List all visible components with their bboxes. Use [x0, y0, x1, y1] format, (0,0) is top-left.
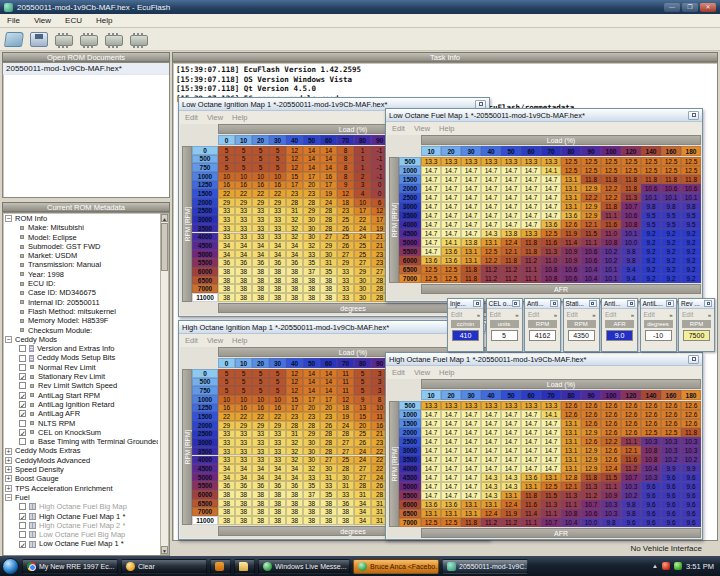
map-cell[interactable]: 5	[218, 155, 235, 164]
map-cell[interactable]: 14.7	[501, 166, 521, 175]
tree-child-node[interactable]: ✓AntiLag AFR	[5, 409, 158, 418]
rpm-row-header[interactable]: 7000	[192, 284, 218, 293]
expand-icon[interactable]: +	[5, 448, 12, 455]
map-cell[interactable]: 10.1	[601, 274, 621, 283]
rpm-row-header[interactable]: 5000	[399, 482, 421, 491]
map-cell[interactable]: 30	[303, 438, 320, 447]
rpm-row-header[interactable]: 5500	[192, 481, 218, 490]
map-cell[interactable]: 33	[252, 224, 269, 233]
save-rom-icon[interactable]	[30, 32, 48, 47]
map-menu-help[interactable]: Help	[232, 113, 247, 122]
map-cell[interactable]: 16	[269, 181, 286, 190]
map-cell[interactable]: 34	[269, 241, 286, 250]
rpm-row-header[interactable]: 2500	[399, 193, 421, 202]
map-cell[interactable]: 5	[252, 146, 269, 155]
map-cell[interactable]: 14.7	[421, 202, 441, 211]
map-cell[interactable]: 33	[337, 490, 354, 499]
map-cell[interactable]: 5	[269, 369, 286, 378]
scalar-menu-edit[interactable]: Edit	[451, 311, 462, 318]
map-cell[interactable]: 10.6	[561, 265, 581, 274]
load-column-header[interactable]: 10	[421, 390, 441, 400]
map-cell[interactable]: 10.6	[661, 184, 681, 193]
map-cell[interactable]: 13.1	[561, 202, 581, 211]
tree-child-node[interactable]: Market: USDM	[5, 251, 158, 260]
map-cell[interactable]: 12	[286, 163, 303, 172]
map-cell[interactable]: 30	[303, 215, 320, 224]
tree-node[interactable]: +Boost Gauge	[5, 474, 158, 483]
load-column-header[interactable]: 40	[286, 358, 303, 368]
map-cell[interactable]: 9.9	[661, 464, 681, 473]
map-cell[interactable]: 14	[320, 146, 337, 155]
load-column-header[interactable]: 50	[303, 135, 320, 145]
tree-child-node[interactable]: Flash Method: mitsukernel	[5, 307, 158, 316]
scalar-value-cell[interactable]: 9.0	[606, 330, 633, 341]
rpm-row-header[interactable]: 6500	[192, 499, 218, 508]
unchecked-checkbox[interactable]	[19, 438, 26, 445]
map-cell[interactable]: 12.5	[421, 274, 441, 283]
load-column-header[interactable]: 60	[320, 135, 337, 145]
map-cell[interactable]: 13.3	[481, 401, 501, 410]
map-cell[interactable]: 14.7	[541, 464, 561, 473]
tree-child-node[interactable]: Model: Eclipse	[5, 233, 158, 242]
map-cell[interactable]: 15	[354, 412, 371, 421]
map-cell[interactable]: 13.3	[441, 157, 461, 166]
map-cell[interactable]: 12.1	[621, 446, 641, 455]
map-cell[interactable]: 1	[354, 146, 371, 155]
map-cell[interactable]: 28	[337, 464, 354, 473]
map-cell[interactable]: 16	[235, 404, 252, 413]
map-cell[interactable]: 11.5	[601, 473, 621, 482]
map-cell[interactable]: 34	[218, 464, 235, 473]
map-cell[interactable]: 13.1	[541, 473, 561, 482]
map-cell[interactable]: 38	[303, 276, 320, 285]
load-column-header[interactable]: 20	[441, 146, 461, 156]
map-cell[interactable]: 9.2	[661, 256, 681, 265]
map-cell[interactable]: 25	[337, 456, 354, 465]
map-cell[interactable]: 33	[269, 215, 286, 224]
map-cell[interactable]: 11.2	[501, 518, 521, 527]
map-cell[interactable]: 12.6	[621, 428, 641, 437]
map-cell[interactable]: 13.1	[561, 428, 581, 437]
map-cell[interactable]: 11.0	[601, 229, 621, 238]
map-cell[interactable]: 11.8	[621, 175, 641, 184]
map-cell[interactable]: 30	[303, 233, 320, 242]
map-cell[interactable]: 33	[235, 215, 252, 224]
map-cell[interactable]: 23	[286, 189, 303, 198]
map-cell[interactable]: 24	[354, 233, 371, 242]
taskbar-button[interactable]	[234, 559, 255, 574]
map-cell[interactable]: 12.9	[581, 446, 601, 455]
map-cell[interactable]: 10.2	[621, 491, 641, 500]
load-column-header[interactable]: 180	[681, 390, 701, 400]
rpm-row-header[interactable]: 1000	[192, 172, 218, 181]
map-cell[interactable]: 9.2	[641, 265, 661, 274]
unchecked-checkbox[interactable]	[19, 355, 26, 362]
map-cell[interactable]: 10	[269, 172, 286, 181]
map-cell[interactable]: 12.6	[561, 410, 581, 419]
taskbar-button[interactable]	[210, 559, 231, 574]
map-cell[interactable]: 14.7	[521, 211, 541, 220]
map-cell[interactable]: 38	[252, 267, 269, 276]
map-cell[interactable]: 34	[286, 464, 303, 473]
map-cell[interactable]: 12.5	[661, 166, 681, 175]
map-cell[interactable]: 33	[235, 430, 252, 439]
map-cell[interactable]: 10	[252, 395, 269, 404]
scalar-value-cell[interactable]: 5	[491, 330, 518, 341]
map-cell[interactable]: 25	[337, 233, 354, 242]
map-cell[interactable]: 13.1	[461, 256, 481, 265]
map-cell[interactable]: 5	[218, 386, 235, 395]
map-cell[interactable]: 9.6	[621, 518, 641, 527]
map-cell[interactable]: 9.6	[661, 473, 681, 482]
rpm-row-header[interactable]: 3000	[399, 446, 421, 455]
map-cell[interactable]: 33	[252, 456, 269, 465]
map-cell[interactable]: 14.7	[461, 446, 481, 455]
map-cell[interactable]: 12.5	[481, 247, 501, 256]
map-cell[interactable]: 33	[269, 224, 286, 233]
map-cell[interactable]: 32	[286, 447, 303, 456]
map-cell[interactable]: 33	[269, 430, 286, 439]
map-cell[interactable]: 10.1	[661, 193, 681, 202]
map-cell[interactable]: 12.5	[541, 229, 561, 238]
map-cell[interactable]: 10.6	[681, 184, 701, 193]
map-window-close-button[interactable]	[688, 355, 699, 364]
map-cell[interactable]: 14.7	[541, 202, 561, 211]
map-cell[interactable]: 29	[218, 421, 235, 430]
map-cell[interactable]: 12.5	[541, 482, 561, 491]
